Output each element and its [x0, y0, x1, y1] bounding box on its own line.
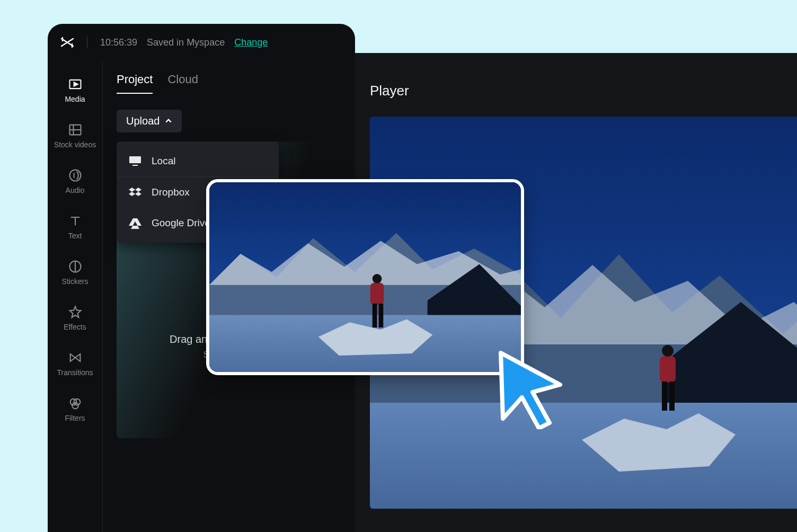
gdrive-icon: [128, 217, 142, 229]
sidebar-item-text[interactable]: Text: [48, 214, 102, 240]
stickers-icon: [68, 259, 83, 274]
sidebar-item-stock[interactable]: Stock videos: [48, 122, 102, 149]
svg-rect-22: [373, 304, 377, 327]
chevron-up-icon: [165, 115, 172, 127]
sidebar-item-label: Audio: [66, 186, 85, 194]
svg-rect-5: [669, 382, 675, 411]
panel-tabs: Project Cloud: [117, 73, 341, 94]
separator: [87, 37, 87, 48]
desktop-icon: [128, 155, 142, 167]
svg-point-3: [662, 345, 674, 357]
audio-icon: [68, 168, 83, 183]
sidebar-item-label: Text: [68, 232, 82, 240]
sidebar-item-label: Stock videos: [54, 140, 96, 149]
sidebar-item-label: Filters: [65, 414, 85, 422]
sidebar-item-label: Transitions: [57, 368, 93, 377]
filters-icon: [68, 396, 83, 411]
sidebar-item-media[interactable]: Media: [48, 77, 102, 103]
svg-rect-2: [660, 356, 676, 383]
svg-rect-1: [370, 403, 797, 509]
sidebar-item-transitions[interactable]: Transitions: [48, 350, 102, 377]
svg-rect-4: [662, 382, 667, 411]
stock-icon: [68, 122, 83, 137]
dragged-media-thumbnail[interactable]: [206, 179, 524, 375]
upload-option-label: Google Drive: [152, 217, 210, 229]
save-status: Saved in Myspace: [147, 37, 225, 48]
sidebar-item-label: Stickers: [62, 277, 88, 286]
svg-rect-20: [370, 283, 384, 305]
svg-rect-23: [378, 304, 383, 327]
upload-option-label: Dropbox: [152, 187, 190, 198]
upload-button-label: Upload: [126, 115, 160, 127]
app-logo-icon: [60, 37, 74, 48]
dropbox-icon: [128, 187, 142, 198]
upload-option-local[interactable]: Local: [117, 146, 279, 176]
svg-rect-16: [129, 156, 141, 163]
save-timestamp: 10:56:39: [100, 37, 137, 48]
tab-cloud[interactable]: Cloud: [167, 73, 198, 94]
svg-point-15: [72, 403, 78, 409]
tab-project[interactable]: Project: [117, 73, 153, 94]
svg-point-14: [74, 399, 80, 405]
sidebar-item-filters[interactable]: Filters: [48, 396, 102, 422]
svg-point-21: [373, 274, 382, 283]
upload-button[interactable]: Upload: [117, 110, 182, 132]
sidebar-item-label: Effects: [64, 323, 86, 331]
sidebar-item-label: Media: [65, 95, 85, 103]
sidebar-item-audio[interactable]: Audio: [48, 168, 102, 194]
top-bar: 10:56:39 Saved in Myspace Change: [48, 24, 355, 61]
player-title: Player: [370, 83, 797, 99]
sidebar-item-stickers[interactable]: Stickers: [48, 259, 102, 286]
text-icon: [68, 214, 83, 228]
cursor-icon: [490, 344, 575, 429]
sidebar: Media Stock videos Audio Text: [48, 61, 103, 532]
svg-point-10: [69, 170, 81, 181]
upload-option-label: Local: [152, 155, 175, 167]
transitions-icon: [68, 350, 83, 365]
svg-rect-17: [132, 165, 138, 166]
change-link[interactable]: Change: [234, 37, 268, 48]
sidebar-item-effects[interactable]: Effects: [48, 305, 102, 331]
media-icon: [68, 77, 83, 92]
effects-icon: [68, 305, 83, 320]
